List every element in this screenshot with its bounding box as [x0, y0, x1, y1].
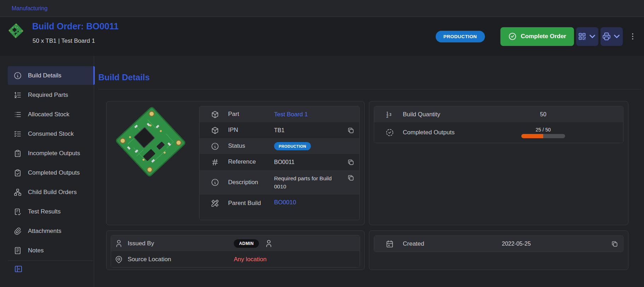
page-title: Build Order: BO0011 — [32, 21, 119, 31]
qr-code-icon — [578, 32, 587, 41]
parent-build-link[interactable]: BO0010 — [274, 199, 296, 206]
sidebar-item-notes[interactable]: Notes — [8, 241, 95, 260]
detail-row-issued-by: Issued By ADMIN — [111, 235, 360, 251]
complete-order-button[interactable]: Complete Order — [500, 27, 574, 46]
file-check-icon — [13, 207, 22, 216]
build-order-page: Manufacturing Build Order: BO0011 50 x T… — [0, 0, 644, 287]
sidebar-item-build-details[interactable]: Build Details — [8, 66, 95, 85]
copy-button[interactable] — [347, 127, 354, 134]
sidebar-item-test-results[interactable]: Test Results — [8, 202, 95, 221]
header-actions: PRODUCTION Complete Order — [436, 17, 637, 56]
sidebar-item-completed-outputs[interactable]: Completed Outputs — [8, 163, 95, 182]
build-quantity-value: 50 — [521, 111, 565, 118]
part-link[interactable]: Test Board 1 — [274, 111, 308, 118]
detail-cards: Part Test Board 1 IPN TB1 Status — [106, 101, 644, 270]
info-circle-icon — [211, 142, 219, 151]
sidebar-divider — [8, 260, 93, 261]
completed-outputs-progress: 25 / 50 — [521, 127, 565, 138]
detail-label: Description — [228, 178, 263, 187]
copy-icon — [347, 159, 354, 166]
tools-icon — [211, 199, 219, 207]
detail-row-completed-outputs: Completed Outputs 25 / 50 — [374, 122, 623, 143]
sidebar-item-required-parts[interactable]: Required Parts — [8, 86, 95, 104]
map-pin-icon — [115, 255, 123, 264]
progress-fill — [521, 134, 543, 138]
detail-label: Issued By — [128, 240, 213, 247]
quantity-table: Build Quantity 50 Completed Outputs 25 /… — [374, 106, 623, 143]
notes-icon — [13, 246, 22, 255]
complete-order-label: Complete Order — [521, 33, 566, 40]
sidebar-item-label: Attachments — [28, 228, 62, 235]
numbers-123-icon — [385, 110, 394, 119]
part-details-table: Part Test Board 1 IPN TB1 Status — [199, 106, 360, 220]
progress-bar — [521, 134, 565, 138]
sitemap-icon — [13, 188, 22, 197]
detail-row-reference: Reference BO0011 — [199, 154, 359, 170]
detail-row-description: Description Required parts for Build 001… — [199, 170, 359, 195]
order-status-badge: PRODUCTION — [436, 31, 485, 42]
build-quantity-card: Build Quantity 50 Completed Outputs 25 /… — [369, 101, 628, 225]
chevron-down-icon — [588, 32, 597, 41]
ipn-value: TB1 — [274, 127, 284, 134]
build-details-card: Part Test Board 1 IPN TB1 Status — [106, 101, 365, 225]
progress-label: 25 / 50 — [536, 127, 551, 133]
box-icon — [211, 126, 219, 135]
reference-value: BO0011 — [274, 159, 295, 165]
collapse-sidebar-button[interactable] — [14, 265, 23, 273]
sidebar-item-child-build-orders[interactable]: Child Build Orders — [8, 183, 95, 201]
printer-icon — [602, 32, 611, 41]
page-subtitle: 50 x TB1 | Test Board 1 — [33, 37, 95, 45]
info-circle-icon — [211, 178, 219, 187]
sidebar-item-label: Child Build Orders — [28, 189, 77, 196]
chevron-down-icon — [612, 32, 621, 41]
copy-icon — [347, 127, 354, 134]
breadcrumb: Manufacturing — [0, 0, 644, 17]
issued-by-card: Issued By ADMIN Source Location Any loca… — [106, 230, 365, 270]
clipboard-check-icon — [13, 169, 22, 177]
progress-check-icon — [385, 128, 394, 137]
print-actions-button[interactable] — [601, 27, 623, 46]
detail-row-part: Part Test Board 1 — [199, 106, 359, 122]
issued-by-badge: ADMIN — [234, 239, 259, 248]
copy-button[interactable] — [347, 159, 354, 166]
copy-icon — [611, 240, 618, 247]
sidebar-item-label: Incomplete Outputs — [28, 150, 80, 157]
sidebar-item-attachments[interactable]: Attachments — [8, 222, 95, 240]
issued-table: Issued By ADMIN Source Location Any loca… — [111, 235, 360, 268]
part-thumbnail[interactable] — [7, 22, 24, 39]
detail-row-source-location: Source Location Any location — [111, 251, 360, 267]
detail-label: Completed Outputs — [403, 129, 488, 136]
copy-icon — [347, 174, 354, 181]
sidebar-item-consumed-stock[interactable]: Consumed Stock — [8, 124, 95, 143]
list-icon — [13, 110, 22, 119]
sidebar-item-label: Required Parts — [28, 92, 68, 99]
user-icon — [115, 239, 123, 248]
paperclip-icon — [13, 227, 22, 235]
detail-label: IPN — [228, 126, 263, 135]
content-area: Build Details Required Parts Allocated S… — [0, 56, 644, 287]
detail-label: Part — [228, 110, 263, 119]
barcode-actions-button[interactable] — [576, 27, 598, 46]
description-value: Required parts for Build 0010 — [274, 174, 333, 191]
list-check-icon — [13, 130, 22, 138]
detail-label: Reference — [228, 158, 263, 166]
breadcrumb-manufacturing-link[interactable]: Manufacturing — [12, 5, 47, 12]
sidebar-item-incomplete-outputs[interactable]: Incomplete Outputs — [8, 144, 95, 163]
heading-divider — [98, 89, 641, 89]
info-circle-icon — [13, 71, 22, 80]
copy-button[interactable] — [611, 240, 618, 247]
detail-label: Created — [403, 240, 488, 247]
sidebar-item-allocated-stock[interactable]: Allocated Stock — [8, 105, 95, 124]
hash-icon — [211, 158, 219, 166]
dots-vertical-icon — [628, 32, 637, 41]
detail-row-ipn: IPN TB1 — [199, 122, 359, 138]
part-image[interactable] — [106, 101, 195, 225]
more-actions-button[interactable] — [628, 32, 637, 41]
sidebar-item-label: Build Details — [28, 72, 62, 79]
created-card: Created 2022-05-25 — [369, 230, 628, 270]
sidebar-collapse-icon — [14, 265, 23, 273]
copy-button[interactable] — [347, 174, 354, 181]
issued-by-value: ADMIN — [234, 239, 273, 248]
sidebar-item-label: Notes — [28, 247, 43, 254]
detail-label: Build Quantity — [403, 111, 488, 118]
